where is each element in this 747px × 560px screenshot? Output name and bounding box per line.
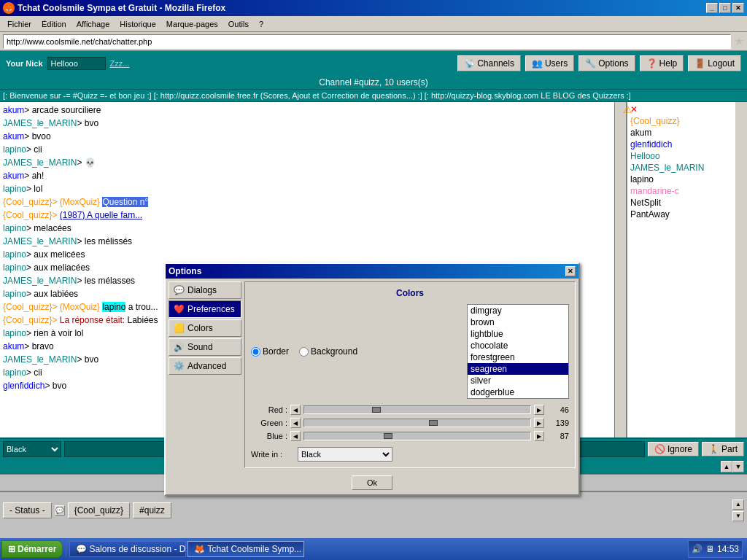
user-list-item[interactable]: mandarine-c [629, 185, 734, 197]
writein-select[interactable]: Black [298, 447, 392, 462]
dialog-ok-row: Ok [166, 471, 578, 494]
color-list-item[interactable]: palevioletred [468, 398, 568, 399]
blue-slider-track[interactable] [303, 432, 531, 440]
chat-message: akum> arcade sourciliere [3, 104, 611, 117]
close-button[interactable]: ✕ [732, 3, 744, 13]
green-slider-right[interactable]: ▶ [534, 418, 544, 428]
users-icon: 👥 [532, 58, 543, 69]
blue-slider-left[interactable]: ◀ [290, 431, 301, 441]
status-button[interactable]: - Status - [3, 502, 52, 518]
sound-nav-icon: 🔊 [174, 342, 185, 352]
red-value: 46 [547, 405, 569, 414]
scroll-up-button[interactable]: ▲ [721, 461, 732, 472]
colors-panel: Colors Border Background dimgray brown [244, 281, 576, 468]
taskbar-tchat-label: Tchat Coolsmile Symp... [207, 544, 301, 554]
ok-button[interactable]: Ok [352, 475, 392, 490]
menu-view[interactable]: Affichage [72, 18, 115, 30]
dialogs-nav-button[interactable]: 💬 Dialogs [169, 281, 241, 299]
minimize-button[interactable]: _ [706, 3, 718, 13]
dialogs-nav-label: Dialogs [187, 285, 217, 295]
red-slider-track[interactable] [303, 405, 531, 414]
maximize-button[interactable]: □ [719, 3, 731, 13]
menu-help[interactable]: ? [255, 18, 268, 30]
nick-input[interactable] [47, 57, 106, 70]
warning-icon: ⚠ [622, 102, 633, 117]
border-radio-label[interactable]: Border [251, 346, 289, 357]
zzz-link[interactable]: Zzz... [110, 59, 130, 68]
bookmark-star-icon[interactable]: ★ [734, 34, 744, 48]
user-list: ✕ {Cool_quizz} akum glenfiddich Hellooo … [626, 102, 735, 438]
green-slider-track[interactable] [303, 419, 531, 427]
dialog-body: 💬 Dialogs ❤️ Preferences 🟨 Colors 🔊 Soun… [166, 279, 578, 471]
taskbar-item-salons[interactable]: 💬 Salons de discussion - Dial... [69, 541, 186, 557]
color-list-item[interactable]: dimgray [468, 305, 568, 316]
menu-edit[interactable]: Édition [37, 18, 71, 30]
user-list-item[interactable]: lapino [629, 174, 734, 185]
channels-button[interactable]: 📡 Channels [457, 55, 521, 71]
user-list-scrollbar[interactable] [735, 102, 747, 438]
channel-info: Channel #quizz, 10 users(s) [319, 77, 427, 88]
color-list-item[interactable]: dodgerblue [468, 386, 568, 398]
blue-slider-right[interactable]: ▶ [534, 431, 544, 441]
advanced-nav-icon: ⚙️ [174, 361, 185, 371]
title-bar: 🦊 Tchat Coolsmile Sympa et Gratuit - Moz… [0, 0, 747, 16]
chat-message: {Cool_quizz}> (1987) A quelle fam... [3, 209, 611, 222]
background-radio-label[interactable]: Background [299, 346, 357, 357]
colors-nav-button[interactable]: 🟨 Colors [169, 319, 241, 337]
background-radio[interactable] [299, 347, 309, 357]
menu-tools[interactable]: Outils [224, 18, 253, 30]
chat-message: lapino> cii [3, 143, 611, 156]
color-list[interactable]: dimgray brown lightblue chocolate forest… [467, 304, 569, 399]
user-list-item[interactable]: PantAway [629, 209, 734, 220]
menu-bookmarks[interactable]: Marque-pages [162, 18, 222, 30]
start-label: Démarrer [18, 544, 56, 554]
menu-history[interactable]: Historique [115, 18, 160, 30]
part-button[interactable]: 🚶 Part [702, 442, 744, 456]
users-button[interactable]: 👥 Users [525, 55, 574, 71]
ignore-icon: 🚫 [654, 444, 665, 454]
network-icon: 🖥 [705, 544, 714, 554]
start-button[interactable]: ⊞ Démarrer [1, 540, 63, 558]
color-list-item-selected[interactable]: seagreen [468, 363, 568, 375]
user-list-item[interactable]: ✕ [629, 104, 734, 115]
advanced-nav-button[interactable]: ⚙️ Advanced [169, 357, 241, 375]
cool-quizz-tab[interactable]: {Cool_quizz} [68, 502, 130, 518]
green-slider-left[interactable]: ◀ [290, 418, 301, 428]
nav-up-button[interactable]: ▲ [732, 499, 744, 510]
chat-scrollbar[interactable] [614, 102, 626, 438]
color-list-item[interactable]: forestgreen [468, 351, 568, 363]
user-list-item[interactable]: Hellooo [629, 150, 734, 162]
menu-file[interactable]: Fichier [3, 18, 36, 30]
user-list-item[interactable]: JAMES_le_MARIN [629, 162, 734, 174]
chat-message: JAMES_le_MARIN> 💀 [3, 156, 611, 169]
ignore-button[interactable]: 🚫 Ignore [648, 442, 699, 456]
nick-label: Your Nick [6, 59, 43, 68]
color-list-item[interactable]: chocolate [468, 340, 568, 351]
options-button[interactable]: 🔧 Options [578, 55, 635, 71]
red-slider-left[interactable]: ◀ [290, 405, 301, 415]
help-button[interactable]: ❓ Help [640, 55, 684, 71]
color-list-item[interactable]: brown [468, 316, 568, 328]
url-input[interactable] [3, 34, 731, 49]
user-list-item[interactable]: glenfiddich [629, 139, 734, 150]
taskbar-item-tchat[interactable]: 🦊 Tchat Coolsmile Symp... [187, 541, 304, 557]
color-select[interactable]: Black [3, 441, 61, 457]
color-list-item[interactable]: silver [468, 375, 568, 386]
channel-tabs-bar: - Status - 💬 {Cool_quizz} #quizz ▲ ▼ [0, 491, 747, 528]
user-list-item[interactable]: {Cool_quizz} [629, 115, 734, 127]
writein-row: Write in : Black [251, 447, 569, 462]
preferences-nav-button[interactable]: ❤️ Preferences [169, 300, 241, 318]
logout-button[interactable]: 🚪 Logout [688, 55, 741, 71]
quizz-channel-tab[interactable]: #quizz [133, 502, 171, 518]
nav-down-button[interactable]: ▼ [732, 511, 744, 521]
border-radio[interactable] [251, 347, 260, 357]
dialog-close-button[interactable]: ✕ [565, 266, 576, 276]
quizz-tab-label: #quizz [139, 505, 165, 516]
color-list-item[interactable]: lightblue [468, 328, 568, 340]
red-slider-row: Red : ◀ ▶ 46 [251, 405, 569, 415]
sound-nav-button[interactable]: 🔊 Sound [169, 338, 241, 356]
scroll-down-button[interactable]: ▼ [732, 461, 744, 472]
red-slider-right[interactable]: ▶ [534, 405, 544, 415]
user-list-item[interactable]: akum [629, 127, 734, 139]
user-list-item[interactable]: NetSplit [629, 197, 734, 209]
